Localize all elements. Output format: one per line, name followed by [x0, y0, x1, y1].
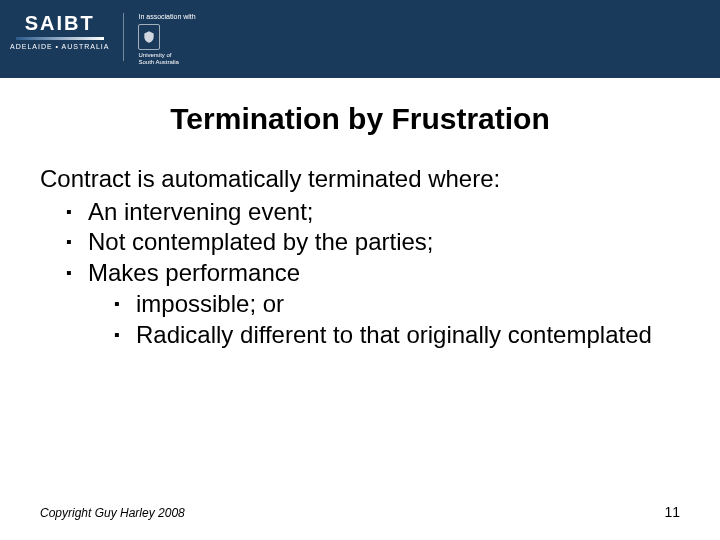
logo-primary-text: SAIBT: [25, 13, 95, 33]
square-bullet-icon: ▪: [114, 320, 136, 350]
logo-divider: [123, 13, 124, 61]
page-number: 11: [664, 504, 680, 520]
bullet-lvl1: ▪ Not contemplated by the parties;: [40, 227, 680, 258]
bullet-lvl2: ▪ Radically different to that originally…: [40, 320, 680, 351]
bullet-lvl1: ▪ Makes performance: [40, 258, 680, 289]
bullet-text: Not contemplated by the parties;: [88, 227, 680, 258]
bullet-text: Radically different to that originally c…: [136, 320, 680, 351]
logo-primary-subtext: ADELAIDE • AUSTRALIA: [10, 43, 109, 50]
bullet-text: An intervening event;: [88, 197, 680, 228]
footer: Copyright Guy Harley 2008 11: [40, 504, 680, 520]
logo-underline: [16, 37, 104, 40]
intro-text: Contract is automatically terminated whe…: [40, 164, 680, 195]
university-crest-icon: [138, 24, 160, 50]
logo-block: SAIBT ADELAIDE • AUSTRALIA In associatio…: [10, 13, 196, 65]
logo-saibt: SAIBT ADELAIDE • AUSTRALIA: [10, 13, 109, 50]
assoc-label: In association with: [138, 13, 195, 20]
square-bullet-icon: ▪: [114, 289, 136, 319]
bullet-lvl2: ▪ impossible; or: [40, 289, 680, 320]
bullet-text: impossible; or: [136, 289, 680, 320]
assoc-uni-line1: University of: [138, 52, 171, 59]
logo-association: In association with University of South …: [138, 13, 195, 65]
header-band: SAIBT ADELAIDE • AUSTRALIA In associatio…: [0, 0, 720, 78]
bullet-lvl1: ▪ An intervening event;: [40, 197, 680, 228]
bullet-text: Makes performance: [88, 258, 680, 289]
slide-content: Contract is automatically terminated whe…: [0, 164, 720, 350]
slide-title: Termination by Frustration: [0, 102, 720, 136]
copyright-text: Copyright Guy Harley 2008: [40, 506, 185, 520]
assoc-uni-line2: South Australia: [138, 59, 178, 66]
square-bullet-icon: ▪: [66, 227, 88, 257]
square-bullet-icon: ▪: [66, 258, 88, 288]
square-bullet-icon: ▪: [66, 197, 88, 227]
